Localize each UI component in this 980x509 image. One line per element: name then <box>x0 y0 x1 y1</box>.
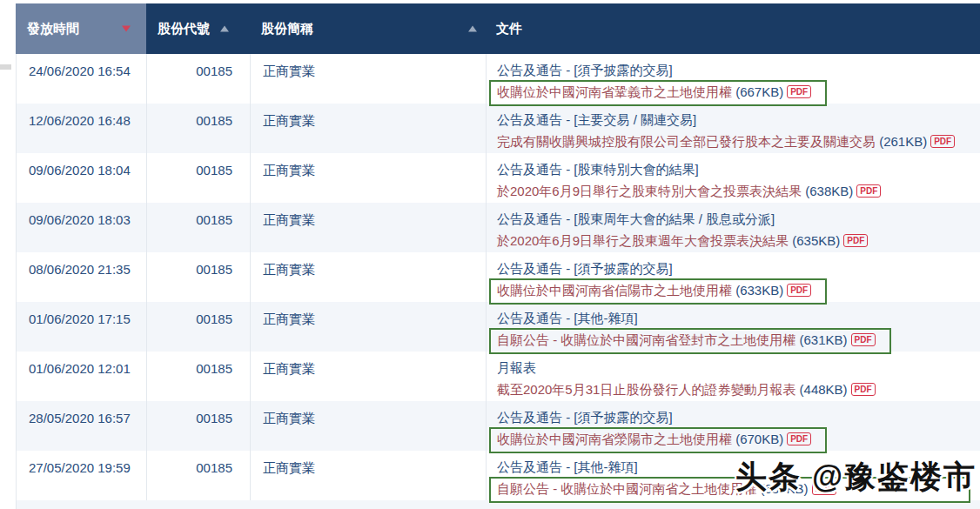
column-header-documents[interactable]: 文件 <box>486 3 980 54</box>
pdf-badge-icon[interactable]: PDF <box>843 234 868 247</box>
document-category: 月報表 <box>497 358 980 378</box>
column-header-stock-name[interactable]: 股份簡稱 <box>250 3 486 54</box>
document-category: 公告及通告 - [股東特別大會的結果] <box>497 160 980 179</box>
stock-code-cell: 00185 <box>147 302 251 352</box>
stock-code-cell: 00185 <box>147 104 251 153</box>
release-time-cell: 08/06/2020 21:35 <box>17 252 147 302</box>
stock-name: 正商實業 <box>263 113 315 128</box>
release-time: 01/06/2020 17:15 <box>29 311 131 326</box>
column-header-stock-code[interactable]: 股份代號 <box>146 3 250 54</box>
stock-code-cell: 00185 <box>147 153 251 203</box>
stock-code-cell: 00185 <box>147 252 251 302</box>
highlight-annotation-box: 收購位於中國河南省信陽市之土地使用權 (633KB)PDF <box>489 278 827 305</box>
pdf-badge-icon[interactable]: PDF <box>930 135 955 148</box>
highlight-annotation-box: 自願公告 - 收購位於中國河南省登封市之土地使用權 (631KB)PDF <box>489 328 891 354</box>
page-edge-artifact <box>0 64 11 70</box>
stock-code: 00185 <box>196 163 232 177</box>
document-link-line: 自願公告 - 收購位於中國河南省登封市之土地使用權 (631KB)PDF <box>497 331 980 354</box>
column-header-release-time[interactable]: 發放時間 <box>16 3 146 54</box>
document-link[interactable]: 自願公告 - 收購位於中國河南省之土地使用權 <box>497 481 756 496</box>
stock-name-cell: 正商實業 <box>251 451 487 500</box>
document-link-line: 於2020年6月9日舉行之股東週年大會投票表決結果 (635KB)PDF <box>497 231 980 251</box>
document-link[interactable]: 收購位於中國河南省滎陽市之土地使用權 <box>497 432 732 446</box>
document-link-line: 於2020年6月9日舉行之股東特別大會之投票表決結果 (638KB)PDF <box>497 182 980 201</box>
document-link[interactable]: 於2020年6月9日舉行之股東週年大會投票表決結果 <box>497 233 789 248</box>
stock-code: 00185 <box>196 361 232 376</box>
pdf-badge-icon[interactable]: PDF <box>851 383 876 396</box>
stock-name-cell: 正商實業 <box>251 302 487 352</box>
document-category: 公告及通告 - [股東周年大會的結果 / 股息或分派] <box>497 210 980 229</box>
column-header-label: 股份代號 <box>158 21 210 37</box>
file-size: (635KB) <box>792 233 840 248</box>
document-cell: 公告及通告 - [主要交易 / 關連交易] 完成有關收購興城控股有限公司全部已發… <box>487 104 980 153</box>
column-header-label: 股份簡稱 <box>261 21 313 37</box>
document-cell: 月報表 截至2020年5月31日止股份發行人的證券變動月報表 (448KB)PD… <box>487 352 980 401</box>
table-row: 09/06/2020 18:04 00185 正商實業 公告及通告 - [股東特… <box>16 153 980 203</box>
stock-code: 00185 <box>196 311 232 326</box>
file-size: (631KB) <box>800 332 848 347</box>
stock-name-cell: 正商實業 <box>251 252 487 302</box>
stock-code-cell: 00185 <box>147 451 251 500</box>
release-time: 24/06/2020 16:54 <box>29 64 131 78</box>
release-time: 08/06/2020 21:35 <box>29 262 131 277</box>
document-category: 公告及通告 - [須予披露的交易] <box>497 61 980 80</box>
stock-name: 正商實業 <box>263 64 315 78</box>
stock-name-cell: 正商實業 <box>251 401 487 451</box>
stock-name: 正商實業 <box>263 411 315 425</box>
document-link[interactable]: 收購位於中國河南省鞏義市之土地使用權 <box>497 84 732 99</box>
stock-name-cell: 正商實業 <box>251 352 487 401</box>
document-cell: 公告及通告 - [須予披露的交易] 收購位於中國河南省滎陽市之土地使用權 (67… <box>487 401 980 451</box>
pdf-badge-icon[interactable]: PDF <box>787 432 811 445</box>
release-time: 09/06/2020 18:03 <box>29 212 131 227</box>
release-time-cell: 09/06/2020 18:03 <box>17 203 147 252</box>
pdf-badge-icon[interactable]: PDF <box>851 333 876 346</box>
pdf-badge-icon[interactable]: PDF <box>856 184 881 198</box>
document-cell: 公告及通告 - [須予披露的交易] 收購位於中國河南省鞏義市之土地使用權 (66… <box>487 54 980 104</box>
file-size: (638KB) <box>805 184 853 198</box>
document-link[interactable]: 截至2020年5月31日止股份發行人的證券變動月報表 <box>497 382 795 397</box>
table-row: 01/06/2020 17:15 00185 正商實業 公告及通告 - [其他-… <box>16 302 980 352</box>
document-cell: 公告及通告 - [其他-雜項] 自願公告 - 收購位於中國河南省登封市之土地使用… <box>487 302 980 352</box>
stock-code-cell: 00185 <box>147 401 251 451</box>
release-time: 01/06/2020 12:01 <box>29 361 131 376</box>
release-time-cell: 01/06/2020 12:01 <box>17 352 147 401</box>
stock-name-cell: 正商實業 <box>251 104 487 153</box>
document-link[interactable]: 於2020年6月9日舉行之股東特別大會之投票表決結果 <box>497 184 802 198</box>
document-category: 公告及通告 - [其他-雜項] <box>497 309 980 328</box>
stock-code-cell: 00185 <box>147 352 251 401</box>
stock-code-cell: 00185 <box>147 203 251 252</box>
stock-name: 正商實業 <box>263 311 315 326</box>
stock-code: 00185 <box>196 64 232 78</box>
watermark: 头条 @豫鉴楼市 <box>735 456 977 499</box>
stock-name: 正商實業 <box>263 212 315 227</box>
stock-code: 00185 <box>196 113 232 128</box>
release-time: 27/05/2020 19:59 <box>29 460 131 475</box>
stock-name: 正商實業 <box>263 163 315 177</box>
document-link-line: 完成有關收購興城控股有限公司全部已發行股本之主要及關連交易 (261KB)PDF <box>497 132 980 151</box>
release-time: 09/06/2020 18:04 <box>29 163 131 177</box>
file-size: (448KB) <box>800 382 848 397</box>
stock-code: 00185 <box>196 411 232 425</box>
file-size: (667KB) <box>735 84 783 99</box>
stock-name-cell: 正商實業 <box>251 54 487 104</box>
pdf-badge-icon[interactable]: PDF <box>787 284 811 297</box>
stock-name: 正商實業 <box>263 460 315 475</box>
document-link-line: 收購位於中國河南省信陽市之土地使用權 (633KB)PDF <box>497 281 980 305</box>
sort-asc-icon <box>220 26 229 32</box>
highlight-annotation-box: 截至2020年5月31日止股份發行人的證券變動月報表 (448KB)PDF <box>497 382 876 397</box>
sort-asc-icon <box>468 26 477 32</box>
table-header-row: 發放時間 股份代號 股份簡稱 文件 <box>16 3 980 54</box>
announcement-search-results-page: 發放時間 股份代號 股份簡稱 文件 24/06/2020 16:54 00185… <box>0 0 980 509</box>
document-link[interactable]: 完成有關收購興城控股有限公司全部已發行股本之主要及關連交易 <box>497 134 876 149</box>
document-link[interactable]: 收購位於中國河南省信陽市之土地使用權 <box>497 283 732 298</box>
stock-code: 00185 <box>196 262 232 277</box>
table-row: 12/06/2020 16:48 00185 正商實業 公告及通告 - [主要交… <box>16 104 980 153</box>
release-time-cell: 27/05/2020 19:59 <box>17 451 147 500</box>
document-category: 公告及通告 - [須予披露的交易] <box>497 259 980 278</box>
stock-name: 正商實業 <box>263 361 315 376</box>
highlight-annotation-box: 完成有關收購興城控股有限公司全部已發行股本之主要及關連交易 (261KB)PDF <box>497 134 955 149</box>
pdf-badge-icon[interactable]: PDF <box>787 85 811 98</box>
document-link[interactable]: 自願公告 - 收購位於中國河南省登封市之土地使用權 <box>497 332 795 347</box>
release-time-cell: 09/06/2020 18:04 <box>17 153 147 203</box>
stock-code: 00185 <box>196 212 232 227</box>
